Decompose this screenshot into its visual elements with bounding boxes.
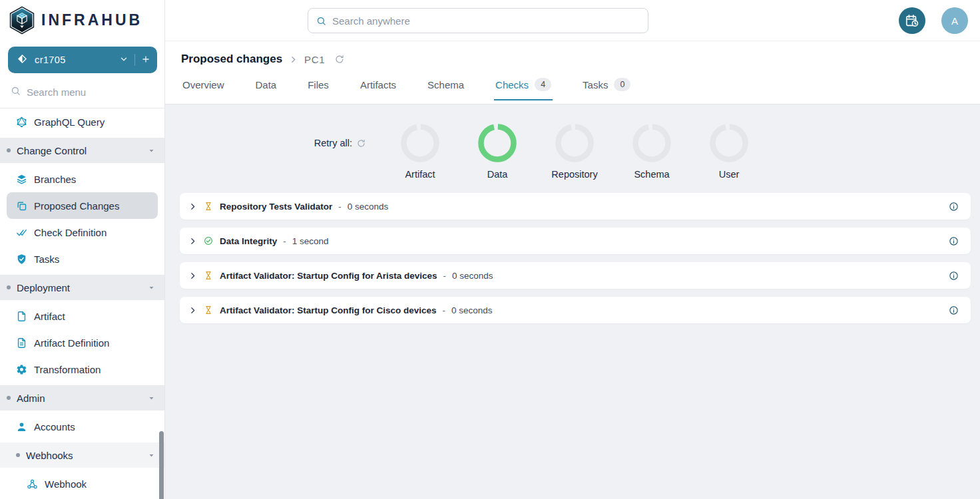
chevron-right-icon[interactable] (188, 271, 197, 280)
sidebar-item-proposed-changes[interactable]: Proposed Changes (7, 192, 158, 219)
sidebar-item-label: Artifact (34, 311, 65, 322)
search-icon (316, 16, 326, 26)
calendar-clock-icon (905, 13, 919, 28)
refresh-icon[interactable] (335, 55, 344, 64)
tab-checks[interactable]: Checks4 (494, 72, 553, 100)
sidebar-group-label: Admin (17, 393, 45, 404)
check-row[interactable]: Repository Tests Validator-0 seconds (180, 193, 971, 220)
checks-panel: Retry all: ArtifactDataRepositorySchemaU… (165, 104, 980, 499)
check-row[interactable]: Artifact Validator: Startup Config for C… (180, 297, 971, 323)
add-branch-button[interactable] (141, 55, 150, 66)
sidebar-item-label: Branches (34, 174, 76, 185)
check-ring-schema[interactable]: Schema (613, 124, 690, 180)
check-row[interactable]: Data Integrity-1 second (180, 228, 971, 254)
chevron-right-icon (289, 55, 298, 64)
info-icon[interactable] (949, 202, 959, 212)
tab-count-badge: 4 (535, 78, 551, 91)
chevron-right-icon[interactable] (188, 202, 197, 211)
chevron-down-icon[interactable] (148, 284, 155, 291)
tab-schema[interactable]: Schema (426, 72, 465, 100)
tab-data[interactable]: Data (254, 72, 278, 100)
tab-label: Files (308, 79, 329, 90)
branch-selector[interactable]: cr1705 (8, 47, 157, 73)
sidebar-group-change-control[interactable]: Change Control (0, 138, 164, 163)
tab-label: Tasks (583, 79, 608, 90)
time-travel-button[interactable] (899, 7, 925, 34)
sidebar-group-webhooks[interactable]: Webhooks (0, 442, 164, 468)
check-duration: 0 seconds (452, 271, 493, 281)
infrahub-logo-icon (9, 6, 35, 35)
check-title: Repository Tests Validator (220, 202, 332, 212)
hourglass-icon (204, 305, 213, 315)
ring-label: Schema (634, 169, 669, 180)
topbar: A (165, 0, 980, 41)
check-ring-artifact[interactable]: Artifact (381, 124, 459, 180)
check-duration: 1 second (292, 236, 329, 246)
avatar[interactable]: A (941, 7, 968, 34)
sidebar-item-graphql-query[interactable]: GraphQL Query (0, 108, 164, 135)
menu-search[interactable]: Search menu (0, 73, 164, 108)
chevron-right-icon[interactable] (188, 306, 197, 315)
sidebar-item-artifact[interactable]: Artifact (0, 303, 164, 329)
check-ring-data[interactable]: Data (459, 124, 536, 180)
branch-name: cr1705 (35, 55, 119, 65)
brand[interactable]: INFRAHUB (0, 0, 164, 39)
check-ring-repository[interactable]: Repository (536, 124, 613, 180)
sidebar-item-branches[interactable]: Branches (0, 166, 164, 192)
tab-label: Artifacts (360, 79, 396, 90)
bullet-icon (7, 285, 11, 289)
checks-summary: Retry all: ArtifactDataRepositorySchemaU… (165, 124, 980, 180)
tab-overview[interactable]: Overview (181, 72, 226, 100)
sidebar-item-tasks[interactable]: Tasks (0, 246, 164, 272)
sidebar-group-label: Change Control (17, 145, 87, 156)
page-header: Proposed changes PC1 OverviewDataFilesAr… (165, 41, 980, 104)
sidebar-group-deployment[interactable]: Deployment (0, 275, 164, 300)
sidebar-item-label: Accounts (34, 421, 75, 432)
menu-search-placeholder: Search menu (27, 86, 86, 98)
progress-ring-icon (710, 124, 748, 165)
search-input[interactable] (332, 15, 640, 27)
global-search[interactable] (308, 8, 648, 33)
retry-all: Retry all: (165, 124, 381, 162)
sidebar-item-label: Proposed Changes (34, 200, 119, 212)
chevron-down-icon[interactable] (119, 55, 128, 66)
info-icon[interactable] (949, 271, 959, 281)
sidebar-menu: GraphQL QueryChange ControlBranchesPropo… (0, 108, 164, 497)
sidebar-item-transformation[interactable]: Transformation (0, 356, 164, 383)
tab-files[interactable]: Files (306, 72, 330, 100)
divider (134, 54, 135, 66)
separator: - (338, 202, 341, 212)
tab-label: Overview (182, 79, 224, 90)
separator: - (283, 236, 286, 246)
brand-name: INFRAHUB (41, 11, 142, 29)
tab-artifacts[interactable]: Artifacts (359, 72, 397, 100)
chevron-right-icon[interactable] (188, 237, 197, 246)
sidebar-group-admin[interactable]: Admin (0, 385, 164, 411)
bullet-icon (7, 148, 11, 152)
hourglass-icon (204, 202, 213, 211)
webhook-icon (27, 478, 38, 490)
tab-tasks[interactable]: Tasks0 (581, 72, 632, 100)
file-lines-icon (16, 337, 27, 349)
page-title[interactable]: Proposed changes (181, 53, 282, 66)
chevron-down-icon[interactable] (148, 395, 155, 402)
sidebar-item-check-definition[interactable]: Check Definition (0, 219, 164, 246)
ring-label: Repository (551, 169, 597, 180)
info-icon[interactable] (949, 305, 959, 315)
retry-all-button[interactable] (357, 139, 366, 148)
check-row[interactable]: Artifact Validator: Startup Config for A… (180, 262, 971, 289)
check-ring-user[interactable]: User (690, 124, 768, 180)
sidebar-item-webhook[interactable]: Webhook (0, 470, 164, 497)
main-area: A Proposed changes PC1 OverviewDataFiles… (165, 0, 980, 499)
progress-ring-icon (478, 124, 517, 165)
chevron-down-icon[interactable] (148, 147, 155, 154)
info-icon[interactable] (949, 236, 959, 246)
chevron-down-icon[interactable] (148, 452, 155, 459)
hourglass-icon (204, 271, 213, 280)
sidebar-item-accounts[interactable]: Accounts (0, 413, 164, 440)
ring-label: Artifact (405, 169, 435, 180)
tab-label: Data (256, 79, 277, 90)
check-list: Repository Tests Validator-0 secondsData… (180, 193, 971, 323)
sidebar-scrollbar[interactable] (159, 431, 164, 499)
sidebar-item-artifact-definition[interactable]: Artifact Definition (0, 329, 164, 356)
